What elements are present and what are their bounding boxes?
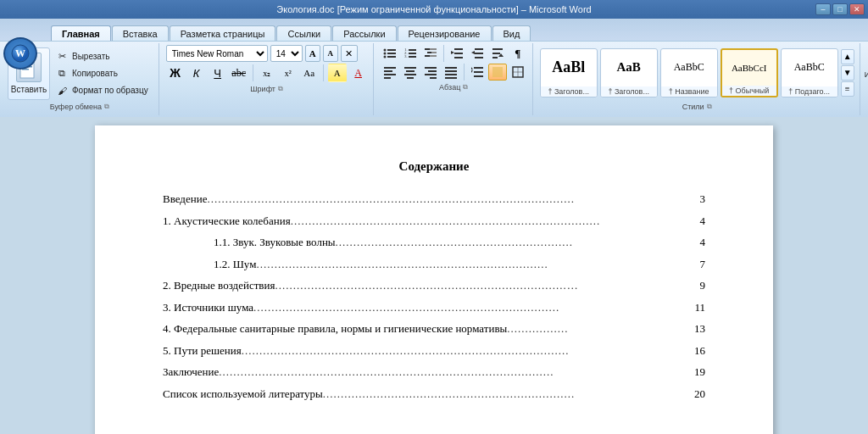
show-marks-button[interactable]: ¶ <box>509 45 527 62</box>
styles-scroll-up[interactable]: ▲ <box>841 49 854 64</box>
bold-button[interactable]: Ж <box>166 64 185 82</box>
copy-icon: ⧉ <box>55 67 69 81</box>
svg-rect-50 <box>445 67 457 69</box>
superscript-button[interactable]: x² <box>279 64 298 82</box>
svg-rect-48 <box>425 74 437 75</box>
svg-rect-13 <box>387 56 396 58</box>
styles-scroll-down[interactable]: ▼ <box>841 65 854 81</box>
change-styles-label: Изменитьстили <box>865 70 868 89</box>
font-shrink-button[interactable]: A <box>323 45 338 62</box>
svg-rect-46 <box>425 67 437 69</box>
clipboard-expand-icon[interactable]: ⧉ <box>104 103 109 111</box>
svg-rect-11 <box>387 53 396 54</box>
subscript-button[interactable]: x₂ <box>258 64 276 82</box>
style-subtitle-label: † Подзаго... <box>782 86 837 97</box>
justify-button[interactable] <box>442 64 460 81</box>
svg-rect-39 <box>384 70 392 72</box>
font-name-select[interactable]: Times New Roman <box>166 45 268 62</box>
svg-rect-34 <box>492 48 503 50</box>
style-heading1-label: † Заголов... <box>541 86 597 97</box>
minimize-button[interactable]: – <box>815 3 831 15</box>
svg-rect-33 <box>475 57 483 58</box>
tab-mailing[interactable]: Рассылки <box>332 25 396 41</box>
svg-rect-38 <box>384 67 396 69</box>
line-spacing-button[interactable] <box>468 64 487 81</box>
toc-entry-dots: ........................................… <box>323 386 694 403</box>
bullets-button[interactable] <box>381 45 399 62</box>
toc-entry: 1.2. Шум................................… <box>163 256 705 273</box>
multilevel-list-button[interactable] <box>421 45 440 62</box>
svg-rect-42 <box>404 67 416 69</box>
align-right-button[interactable] <box>421 64 440 81</box>
style-subtitle[interactable]: AaBbC † Подзаго... <box>781 48 838 97</box>
office-button[interactable]: W <box>3 37 37 70</box>
sort-button[interactable] <box>488 45 507 62</box>
document-title: Содержание <box>163 159 705 174</box>
tab-home[interactable]: Главная <box>51 25 111 41</box>
font-grow-button[interactable]: A <box>305 45 320 62</box>
tab-review[interactable]: Рецензирование <box>398 25 492 41</box>
italic-button[interactable]: К <box>187 64 206 82</box>
svg-text:W: W <box>15 47 25 59</box>
toc-entry-page: 7 <box>700 256 706 273</box>
style-title[interactable]: AaBbC † Название <box>660 48 718 97</box>
style-normal[interactable]: AaBbCcI † Обычный <box>721 48 778 97</box>
font-section: Times New Roman 14 A A ✕ Ж К Ч abc x₂ x²… <box>161 43 374 115</box>
underline-button[interactable]: Ч <box>209 64 227 82</box>
toc-entry-page: 3 <box>700 191 706 208</box>
style-heading2[interactable]: AaB † Заголов... <box>600 48 658 97</box>
align-left-button[interactable] <box>381 64 399 81</box>
strikethrough-button[interactable]: abc <box>230 64 248 82</box>
tab-layout[interactable]: Разметка страницы <box>170 25 276 41</box>
toc-entry-text: 5. Пути решения <box>163 342 242 359</box>
highlight-button[interactable]: A <box>328 64 347 82</box>
toc-entry-dots: ........................................… <box>256 256 699 273</box>
svg-marker-27 <box>451 51 454 54</box>
cut-button[interactable]: ✂ Вырезать <box>52 49 152 64</box>
para-divider2 <box>464 64 465 81</box>
toc-entry-text: 1.2. Шум <box>214 256 256 273</box>
toc-entry: 4. Федеральные санитарные правила, нормы… <box>163 320 705 337</box>
clear-format-button[interactable]: ✕ <box>341 45 358 62</box>
change-styles-button[interactable]: A Изменитьстили ▼ <box>862 43 868 96</box>
svg-rect-52 <box>445 74 457 75</box>
svg-marker-58 <box>471 70 473 73</box>
para-list-row: 1.2.3. ¶ <box>381 45 527 62</box>
svg-rect-28 <box>454 53 463 54</box>
format-painter-button[interactable]: 🖌 Формат по образцу <box>52 83 152 98</box>
toc-entry-text: 4. Федеральные санитарные правила, нормы… <box>163 320 507 337</box>
para-align-row <box>381 64 527 81</box>
toc-entry-dots: ........................................… <box>219 364 694 381</box>
font-case-button[interactable]: Aa <box>300 64 319 82</box>
decrease-indent-button[interactable] <box>448 45 466 62</box>
toc-entry-page: 16 <box>694 342 705 359</box>
svg-rect-15 <box>409 49 416 51</box>
shading-button[interactable] <box>488 64 507 81</box>
svg-rect-29 <box>454 57 463 58</box>
svg-rect-51 <box>445 70 457 72</box>
font-size-select[interactable]: 14 <box>270 45 303 62</box>
increase-indent-button[interactable] <box>468 45 487 62</box>
tab-refs[interactable]: Ссылки <box>276 25 331 41</box>
tab-view[interactable]: Вид <box>492 25 531 41</box>
styles-expand-icon[interactable]: ⧉ <box>707 103 712 111</box>
font-divider <box>253 64 253 81</box>
svg-rect-44 <box>404 74 416 75</box>
toc-entry-page: 20 <box>694 386 705 403</box>
maximize-button[interactable]: □ <box>832 3 848 15</box>
numbering-button[interactable]: 1.2.3. <box>401 45 420 62</box>
copy-button[interactable]: ⧉ Копировать <box>52 66 152 81</box>
style-heading1[interactable]: AaBl † Заголов... <box>540 48 598 97</box>
toc-entry-page: 19 <box>694 364 705 381</box>
font-color-button[interactable]: A <box>349 64 368 82</box>
svg-rect-41 <box>384 77 391 79</box>
tab-insert[interactable]: Вставка <box>112 25 169 41</box>
font-expand-icon[interactable]: ⧉ <box>278 85 283 93</box>
borders-button[interactable] <box>509 64 527 81</box>
svg-rect-36 <box>492 57 498 58</box>
svg-rect-35 <box>492 53 500 54</box>
align-center-button[interactable] <box>401 64 420 81</box>
close-button[interactable]: ✕ <box>849 3 865 15</box>
styles-scroll-more[interactable]: ≡ <box>841 81 854 97</box>
paragraph-expand-icon[interactable]: ⧉ <box>463 83 468 92</box>
